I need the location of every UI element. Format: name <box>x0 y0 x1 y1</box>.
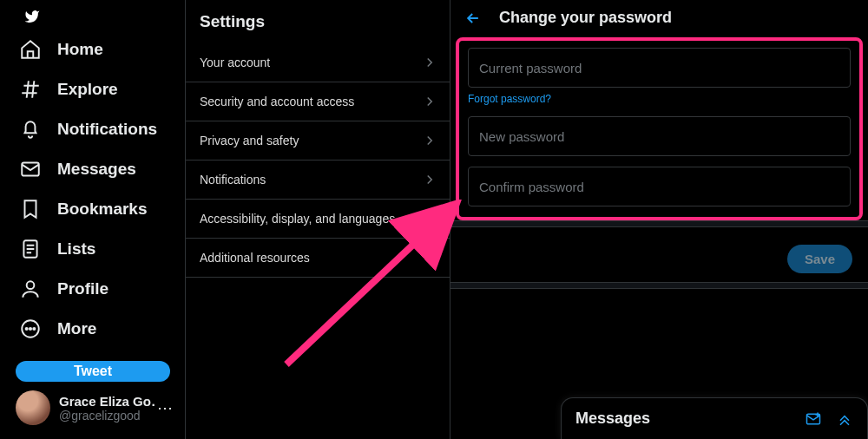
list-icon <box>19 238 42 260</box>
nav-label: Profile <box>57 279 108 298</box>
current-password-input[interactable] <box>468 48 851 88</box>
settings-column: Settings Your account Security and accou… <box>185 0 450 439</box>
nav-label: More <box>57 319 96 338</box>
content-header: Change your password <box>450 0 868 37</box>
account-switcher[interactable]: Grace Eliza Go… @gracelizgood ⋯ <box>9 382 185 439</box>
nav-home[interactable]: Home <box>9 29 185 69</box>
divider <box>450 282 868 289</box>
settings-item-label: Your account <box>200 56 270 69</box>
svg-point-4 <box>26 328 28 330</box>
avatar <box>16 390 50 425</box>
settings-item-accessibility[interactable]: Accessibility, display, and languages <box>186 200 450 239</box>
twitter-logo-icon[interactable] <box>17 9 47 24</box>
settings-item-label: Additional resources <box>200 251 310 265</box>
expand-drawer-icon[interactable] <box>836 410 853 428</box>
more-circle-icon <box>19 318 42 340</box>
person-icon <box>19 278 42 300</box>
hashtag-icon <box>19 78 42 101</box>
annotation-highlight: Forgot password? <box>456 37 863 220</box>
home-icon <box>19 38 42 61</box>
account-handle: @gracelizgood <box>59 409 155 423</box>
primary-nav: Home Explore Notifications Messages Book… <box>0 0 185 439</box>
drawer-title: Messages <box>575 410 650 428</box>
messages-drawer[interactable]: Messages <box>561 397 868 439</box>
forgot-password-link[interactable]: Forgot password? <box>468 93 551 105</box>
back-arrow-icon[interactable] <box>464 10 482 27</box>
account-name: Grace Eliza Go… <box>59 394 155 409</box>
nav-messages[interactable]: Messages <box>9 149 185 189</box>
more-icon[interactable]: ⋯ <box>155 398 174 417</box>
settings-item-label: Security and account access <box>200 95 354 108</box>
settings-item-label: Notifications <box>200 173 266 187</box>
save-button[interactable]: Save <box>787 245 852 273</box>
settings-item-label: Privacy and safety <box>200 134 299 147</box>
confirm-password-input[interactable] <box>468 167 851 206</box>
nav-lists[interactable]: Lists <box>9 229 185 269</box>
chevron-right-icon <box>422 250 437 265</box>
bookmark-icon <box>19 198 42 220</box>
svg-point-2 <box>27 282 35 290</box>
new-password-input[interactable] <box>468 116 851 156</box>
settings-item-label: Accessibility, display, and languages <box>200 212 395 226</box>
svg-point-5 <box>30 328 31 330</box>
content-column: Change your password Forgot password? Sa… <box>450 0 868 439</box>
chevron-right-icon <box>422 172 437 187</box>
nav-label: Notifications <box>57 120 157 139</box>
divider <box>450 220 868 227</box>
chevron-right-icon <box>422 94 437 109</box>
new-message-icon[interactable] <box>805 410 822 428</box>
nav-label: Bookmarks <box>57 200 148 219</box>
nav-bookmarks[interactable]: Bookmarks <box>9 189 185 229</box>
mail-icon <box>19 158 42 180</box>
settings-heading: Settings <box>186 0 450 43</box>
nav-label: Messages <box>57 160 136 179</box>
nav-explore[interactable]: Explore <box>9 69 185 109</box>
settings-item-security[interactable]: Security and account access <box>186 82 450 121</box>
chevron-right-icon <box>422 133 437 148</box>
nav-more[interactable]: More <box>9 309 185 349</box>
bell-icon <box>19 118 42 141</box>
settings-item-additional[interactable]: Additional resources <box>186 239 450 278</box>
settings-item-your-account[interactable]: Your account <box>186 43 450 82</box>
svg-point-6 <box>33 328 35 330</box>
settings-item-notifications[interactable]: Notifications <box>186 161 450 200</box>
page-title: Change your password <box>499 9 672 27</box>
nav-profile[interactable]: Profile <box>9 269 185 309</box>
nav-label: Lists <box>57 239 95 259</box>
nav-label: Home <box>57 40 103 59</box>
chevron-right-icon <box>422 55 437 70</box>
chevron-right-icon <box>422 211 437 226</box>
nav-notifications[interactable]: Notifications <box>9 109 185 149</box>
settings-item-privacy[interactable]: Privacy and safety <box>186 121 450 161</box>
nav-label: Explore <box>57 80 118 99</box>
tweet-button[interactable]: Tweet <box>16 361 170 382</box>
